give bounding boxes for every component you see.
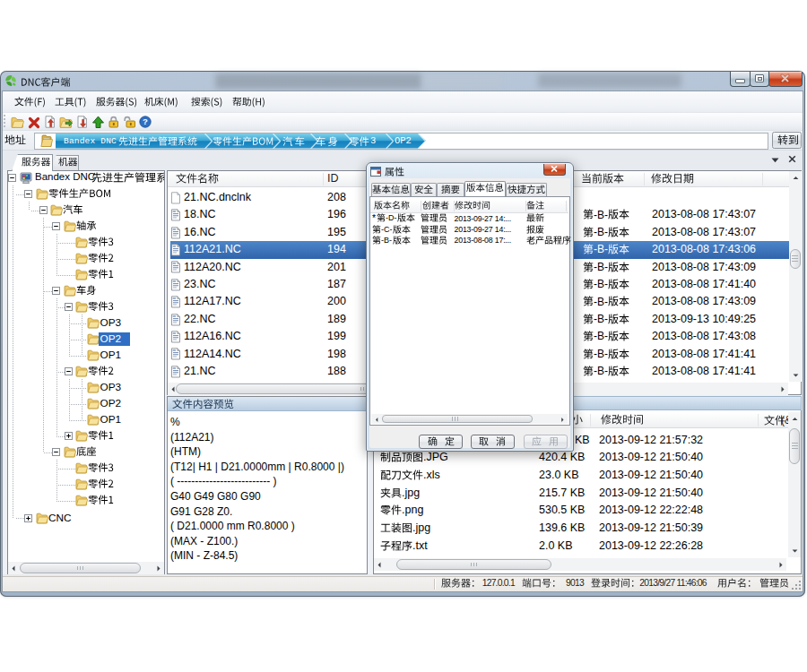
svg-text:?: ? — [143, 116, 148, 126]
